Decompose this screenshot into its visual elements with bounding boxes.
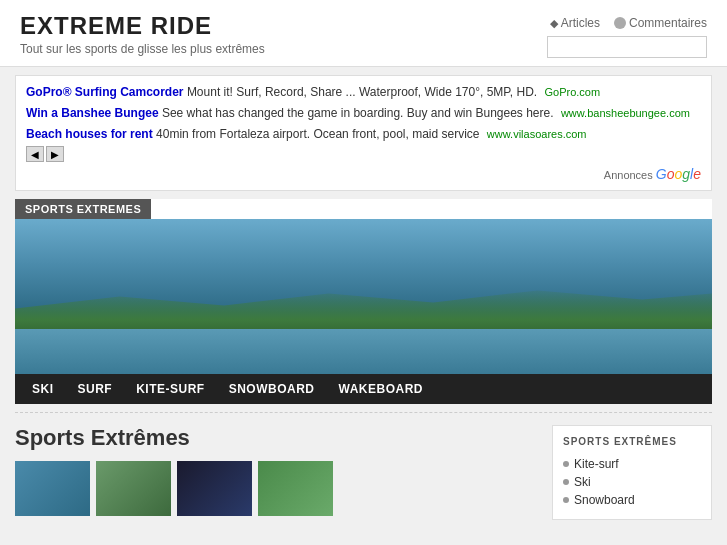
sidebar-bullet-ski [563,479,569,485]
ad-section: GoPro® Surfing Camcorder Mount it! Surf,… [15,75,712,191]
ad-url-2[interactable]: www.bansheebungee.com [561,107,690,119]
sidebar-bullet-kitesurf [563,461,569,467]
ad-desc-1: Mount it! Surf, Record, Share ... Waterp… [187,85,537,99]
header: EXTREME RIDE Tout sur les sports de glis… [0,0,727,67]
header-right: ◆ Articles Commentaires [547,16,707,58]
hero-background [15,219,712,374]
content-left: Sports Extrêmes [15,425,537,520]
search-input[interactable] [547,36,707,58]
sidebar-item-ski[interactable]: Ski [563,473,701,491]
ad-title-2[interactable]: Win a Banshee Bungee [26,106,159,120]
nav-item-snowboard[interactable]: SNOWBOARD [217,374,327,404]
thumbnail-1[interactable] [15,461,90,516]
sports-tab-bar: SPORTS EXTREMES [15,199,712,219]
articles-label: Articles [561,16,600,30]
rss-icon: ◆ [550,17,558,30]
nav-item-kitesurf[interactable]: KITE-SURF [124,374,217,404]
ad-title-1[interactable]: GoPro® Surfing Camcorder [26,85,184,99]
thumbnail-2[interactable] [96,461,171,516]
content-right: SPORTS EXTRÊMES Kite-surf Ski Snowboard [552,425,712,520]
main-content: Sports Extrêmes SPORTS EXTRÊMES Kite-sur… [15,425,712,520]
ad-navigation: ◀ ▶ [26,146,701,162]
sidebar-item-snowboard[interactable]: Snowboard [563,491,701,509]
comment-icon [614,17,626,29]
header-left: EXTREME RIDE Tout sur les sports de glis… [20,12,265,56]
ad-prev-button[interactable]: ◀ [26,146,44,162]
sidebar-item-kitesurf[interactable]: Kite-surf [563,455,701,473]
sidebar-bullet-snowboard [563,497,569,503]
page-title: Sports Extrêmes [15,425,537,451]
nav-menu: SKI SURF KITE-SURF SNOWBOARD WAKEBOARD [15,374,712,404]
header-links: ◆ Articles Commentaires [550,16,707,30]
site-subtitle: Tout sur les sports de glisse les plus e… [20,42,265,56]
thumbnails [15,461,537,516]
ad-title-3[interactable]: Beach houses for rent [26,127,153,141]
hero-image [15,219,712,374]
commentaires-label: Commentaires [629,16,707,30]
sports-tab[interactable]: SPORTS EXTREMES [15,199,151,219]
nav-item-wakeboard[interactable]: WAKEBOARD [327,374,436,404]
google-logo: Google [656,166,701,182]
ad-row-1: GoPro® Surfing Camcorder Mount it! Surf,… [26,84,701,101]
ad-footer: Annonces Google [26,166,701,182]
nav-item-surf[interactable]: SURF [66,374,125,404]
ad-url-3[interactable]: www.vilasoares.com [487,128,587,140]
thumbnail-3[interactable] [177,461,252,516]
ad-row-3: Beach houses for rent 40min from Fortale… [26,126,701,143]
ad-desc-2: See what has changed the game in boardin… [162,106,554,120]
sidebar-sports: SPORTS EXTRÊMES Kite-surf Ski Snowboard [552,425,712,520]
ad-next-button[interactable]: ▶ [46,146,64,162]
nav-item-ski[interactable]: SKI [20,374,66,404]
hero-water [15,329,712,374]
sidebar-label-ski: Ski [574,475,591,489]
sidebar-label-snowboard: Snowboard [574,493,635,507]
sidebar-title: SPORTS EXTRÊMES [563,436,701,447]
sidebar-label-kitesurf: Kite-surf [574,457,619,471]
annonces-label: Annonces [604,169,656,181]
ad-url-1[interactable]: GoPro.com [545,86,601,98]
divider [15,412,712,413]
commentaires-link[interactable]: Commentaires [614,16,707,30]
thumbnail-4[interactable] [258,461,333,516]
site-title: EXTREME RIDE [20,12,265,40]
rss-articles-link[interactable]: ◆ Articles [550,16,600,30]
ad-desc-3: 40min from Fortaleza airport. Ocean fron… [156,127,479,141]
ad-row-2: Win a Banshee Bungee See what has change… [26,105,701,122]
